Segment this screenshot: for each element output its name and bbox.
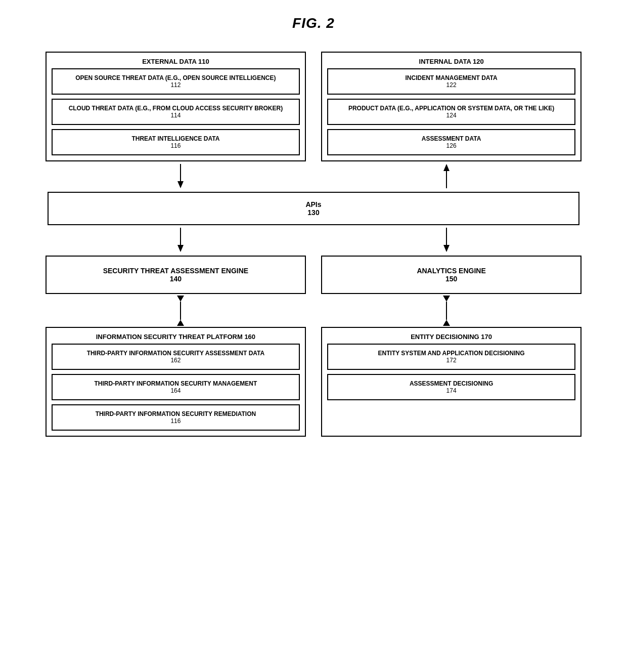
entity-decisioning-item-0: ENTITY SYSTEM AND APPLICATION DECISIONIN…	[327, 344, 575, 370]
external-item-1: CLOUD THREAT DATA (E.G., FROM CLOUD ACCE…	[52, 99, 300, 125]
svg-marker-13	[443, 320, 450, 326]
svg-marker-7	[443, 245, 450, 252]
info-platform-item-0: THIRD-PARTY INFORMATION SECURITY ASSESSM…	[52, 344, 300, 370]
svg-marker-10	[177, 320, 184, 326]
internal-item-1: PRODUCT DATA (E.G., APPLICATION OR SYSTE…	[327, 99, 575, 125]
entity-decisioning-box: ENTITY DECISIONING 170 ENTITY SYSTEM AND…	[321, 327, 581, 437]
external-data-title: EXTERNAL DATA 110	[52, 58, 300, 65]
external-item-2: THREAT INTELLIGENCE DATA 116	[52, 129, 300, 155]
svg-marker-1	[177, 181, 184, 188]
internal-data-title: INTERNAL DATA 120	[327, 58, 575, 65]
apis-box: APIs 130	[48, 192, 580, 225]
bidir-arrow-analytics	[439, 296, 454, 326]
svg-marker-5	[177, 245, 184, 252]
svg-marker-11	[443, 296, 450, 302]
internal-item-2: ASSESSMENT DATA 126	[327, 129, 575, 155]
engine-row: SECURITY THREAT ASSESSMENT ENGINE 140 AN…	[30, 256, 597, 294]
internal-data-box: INTERNAL DATA 120 INCIDENT MANAGEMENT DA…	[321, 52, 581, 161]
bidir-arrow-security	[173, 296, 188, 326]
top-data-row: EXTERNAL DATA 110 OPEN SOURCE THREAT DAT…	[30, 52, 597, 161]
analytics-engine-ref: 150	[327, 275, 575, 283]
arrow-api-to-security	[175, 228, 186, 253]
internal-item-0: INCIDENT MANAGEMENT DATA 122	[327, 68, 575, 95]
bottom-row: INFORMATION SECURITY THREAT PLATFORM 160…	[30, 327, 597, 437]
info-platform-item-1: THIRD-PARTY INFORMATION SECURITY MANAGEM…	[52, 374, 300, 400]
arrow-api-to-analytics	[441, 228, 452, 253]
svg-marker-3	[443, 164, 450, 171]
analytics-engine-box: ANALYTICS ENGINE 150	[321, 256, 581, 294]
security-engine-ref: 140	[52, 275, 300, 283]
entity-decisioning-title: ENTITY DECISIONING 170	[327, 333, 575, 341]
figure-title: FIG. 2	[292, 15, 335, 31]
apis-ref: 130	[54, 208, 574, 217]
arrow-internal-up	[441, 164, 452, 189]
entity-decisioning-item-1: ASSESSMENT DECISIONING 174	[327, 374, 575, 400]
svg-marker-8	[177, 296, 184, 302]
analytics-engine-label: ANALYTICS ENGINE	[327, 267, 575, 275]
external-item-0: OPEN SOURCE THREAT DATA (E.G., OPEN SOUR…	[52, 68, 300, 95]
external-data-box: EXTERNAL DATA 110 OPEN SOURCE THREAT DAT…	[46, 52, 306, 161]
apis-label: APIs	[54, 200, 574, 208]
security-engine-label: SECURITY THREAT ASSESSMENT ENGINE	[52, 267, 300, 275]
info-platform-box: INFORMATION SECURITY THREAT PLATFORM 160…	[46, 327, 306, 437]
arrow-external-down	[175, 164, 186, 189]
info-platform-item-2: THIRD-PARTY INFORMATION SECURITY REMEDIA…	[52, 404, 300, 431]
security-engine-box: SECURITY THREAT ASSESSMENT ENGINE 140	[46, 256, 306, 294]
info-platform-title: INFORMATION SECURITY THREAT PLATFORM 160	[52, 333, 300, 341]
